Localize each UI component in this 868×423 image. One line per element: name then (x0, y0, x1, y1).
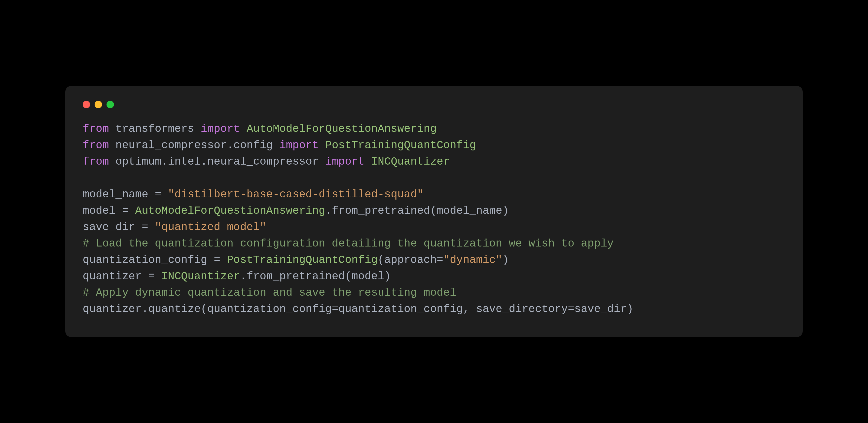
paren-close: ) (384, 270, 391, 283)
variable: model (83, 204, 122, 217)
string-literal: "dynamic" (443, 254, 502, 266)
string-literal: "quantized_model" (148, 221, 266, 233)
dot: . (240, 270, 247, 283)
kwarg-name: save_directory (476, 303, 568, 315)
kwarg-name: quantization_config (207, 303, 332, 315)
function-name: from_pretrained (247, 270, 345, 283)
class-name: PostTrainingQuantConfig (220, 254, 378, 266)
keyword-import: import (279, 139, 318, 152)
comment: # Apply dynamic quantization and save th… (83, 287, 456, 299)
paren-close: ) (502, 204, 509, 217)
kwarg-value: save_dir (574, 303, 627, 315)
paren-open: ( (430, 204, 436, 217)
operator: = (437, 254, 443, 266)
operator: = (332, 303, 338, 315)
window-controls (83, 101, 785, 108)
paren-close: ) (502, 254, 509, 266)
class-name: INCQuantizer (155, 270, 240, 283)
operator: = (142, 221, 148, 233)
argument: model_name (437, 204, 502, 217)
operator: = (155, 188, 161, 201)
class-name: AutoModelForQuestionAnswering (129, 204, 325, 217)
kwarg-name: approach (384, 254, 437, 266)
module-name: optimum.intel.neural_compressor (109, 155, 325, 168)
argument: model (351, 270, 384, 283)
variable: quantizer (83, 270, 148, 283)
class-name: INCQuantizer (365, 155, 450, 168)
close-icon[interactable] (83, 101, 90, 108)
keyword-import: import (325, 155, 365, 168)
comma: , (463, 303, 476, 315)
keyword-import: import (200, 123, 240, 135)
operator: = (568, 303, 574, 315)
variable: model_name (83, 188, 155, 201)
comment: # Load the quantization configuration de… (83, 237, 614, 250)
keyword-from: from (83, 155, 109, 168)
object: quantizer (83, 303, 142, 315)
dot: . (325, 204, 332, 217)
kwarg-value: quantization_config (338, 303, 463, 315)
module-name: transformers (109, 123, 201, 135)
paren-open: ( (200, 303, 207, 315)
class-name: PostTrainingQuantConfig (319, 139, 476, 152)
operator: = (214, 254, 220, 266)
paren-open: ( (378, 254, 384, 266)
function-name: quantize (148, 303, 200, 315)
paren-open: ( (345, 270, 351, 283)
maximize-icon[interactable] (106, 101, 114, 108)
code-block: from transformers import AutoModelForQue… (83, 121, 785, 317)
class-name: AutoModelForQuestionAnswering (240, 123, 437, 135)
minimize-icon[interactable] (95, 101, 102, 108)
keyword-from: from (83, 123, 109, 135)
code-window: from transformers import AutoModelForQue… (65, 86, 803, 337)
operator: = (122, 204, 128, 217)
operator: = (148, 270, 155, 283)
keyword-from: from (83, 139, 109, 152)
string-literal: "distilbert-base-cased-distilled-squad" (161, 188, 424, 201)
paren-close: ) (627, 303, 633, 315)
variable: save_dir (83, 221, 142, 233)
function-name: from_pretrained (332, 204, 430, 217)
module-name: neural_compressor.config (109, 139, 280, 152)
dot: . (142, 303, 148, 315)
variable: quantization_config (83, 254, 214, 266)
